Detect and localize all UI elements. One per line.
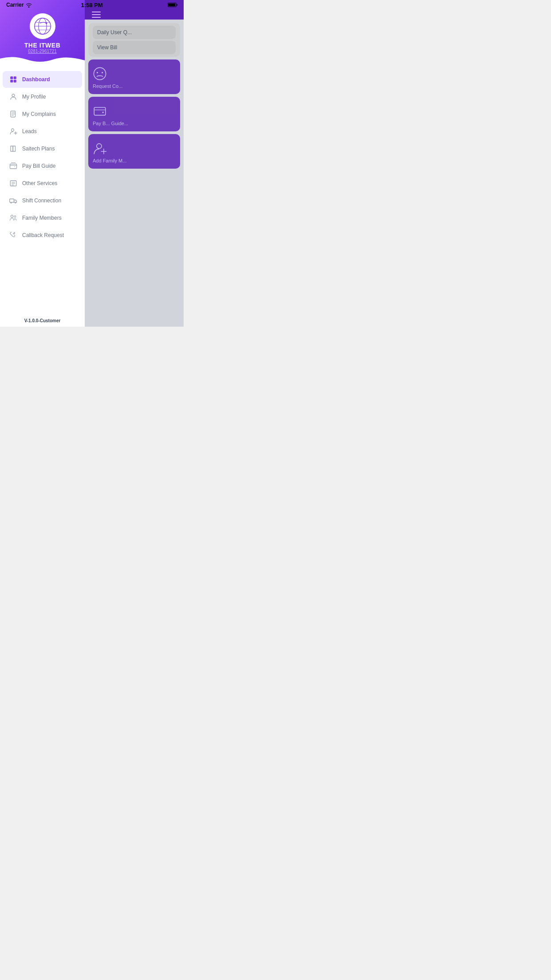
person-icon xyxy=(9,92,18,101)
nav-item-shift-connection[interactable]: Shift Connection xyxy=(3,192,82,209)
svg-rect-21 xyxy=(10,164,17,169)
wallet-icon xyxy=(9,162,18,170)
nav-item-callback-request[interactable]: Callback Request xyxy=(3,227,82,244)
svg-rect-27 xyxy=(10,199,14,202)
svg-rect-11 xyxy=(14,80,16,83)
left-drawer: THE ITWEB 0281-2961721 D xyxy=(0,0,85,327)
version-text: V-1.0.0-Customer xyxy=(0,318,85,323)
status-bar-left: Carrier xyxy=(6,2,32,8)
svg-point-28 xyxy=(11,202,12,203)
svg-rect-1 xyxy=(177,4,177,5)
svg-point-32 xyxy=(94,67,106,79)
logo-circle xyxy=(30,13,55,39)
add-family-label: Add Family M... xyxy=(93,158,126,163)
person-add-icon xyxy=(9,127,18,136)
svg-rect-10 xyxy=(10,80,13,83)
nav-label-leads: Leads xyxy=(22,128,37,134)
phone-callback-icon xyxy=(9,231,18,240)
nav-label-shift-connection: Shift Connection xyxy=(22,198,61,204)
file-icon xyxy=(9,110,18,119)
list-icon xyxy=(9,179,18,188)
nav-item-other-services[interactable]: Other Services xyxy=(3,175,82,192)
family-icon xyxy=(9,213,18,222)
wallet-card-icon xyxy=(93,104,107,118)
book-icon xyxy=(9,144,18,153)
svg-point-31 xyxy=(14,216,16,217)
nav-label-my-profile: My Profile xyxy=(22,94,46,100)
header-wave-svg xyxy=(0,55,85,67)
svg-rect-9 xyxy=(14,76,16,79)
grid-icon xyxy=(9,75,18,84)
battery-icon xyxy=(168,2,177,8)
svg-rect-2 xyxy=(168,4,175,6)
cards-area: Daily User Q... View Bill Request Co... xyxy=(85,20,184,172)
svg-rect-35 xyxy=(94,107,106,115)
nav-label-my-complains: My Complains xyxy=(22,111,56,117)
svg-point-30 xyxy=(11,215,13,217)
nav-item-saitech-plans[interactable]: Saitech Plans xyxy=(3,140,82,157)
nav-label-callback-request: Callback Request xyxy=(22,232,64,238)
svg-point-12 xyxy=(12,94,15,97)
status-time: 1:58 PM xyxy=(81,2,102,8)
company-phone[interactable]: 0281-2961721 xyxy=(28,49,57,54)
nav-label-dashboard: Dashboard xyxy=(22,76,50,83)
truck-icon xyxy=(9,196,18,205)
svg-point-33 xyxy=(97,72,98,73)
request-complaint-card[interactable]: Request Co... xyxy=(88,59,180,94)
nav-label-saitech-plans: Saitech Plans xyxy=(22,146,55,152)
svg-point-17 xyxy=(12,129,14,131)
svg-rect-8 xyxy=(10,76,13,79)
nav-label-family-members: Family Members xyxy=(22,215,62,221)
svg-point-29 xyxy=(15,202,16,203)
daily-user-button[interactable]: Daily User Q... xyxy=(93,26,176,39)
pay-bill-guide-card-label: Pay B... Guide... xyxy=(93,121,128,126)
hamburger-line-2 xyxy=(92,14,101,15)
svg-point-38 xyxy=(97,144,102,149)
add-person-icon xyxy=(93,141,107,155)
main-content-panel: Daily User Q... View Bill Request Co... xyxy=(85,0,184,327)
nav-item-dashboard[interactable]: Dashboard xyxy=(3,71,82,88)
view-bill-button[interactable]: View Bill xyxy=(93,41,176,54)
hamburger-line-3 xyxy=(92,17,101,18)
quick-row: Daily User Q... View Bill xyxy=(88,23,180,57)
nav-label-pay-bill-guide: Pay Bill Guide xyxy=(22,163,55,169)
nav-list: Dashboard My Profile xyxy=(0,67,85,327)
nav-item-pay-bill-guide[interactable]: Pay Bill Guide xyxy=(3,158,82,174)
svg-point-34 xyxy=(102,72,103,73)
nav-item-my-complains[interactable]: My Complains xyxy=(3,106,82,122)
request-complaint-label: Request Co... xyxy=(93,83,122,89)
nav-item-leads[interactable]: Leads xyxy=(3,123,82,140)
company-name: THE ITWEB xyxy=(24,42,61,49)
nav-item-my-profile[interactable]: My Profile xyxy=(3,88,82,105)
hamburger-button[interactable] xyxy=(92,12,101,18)
drawer-header: THE ITWEB 0281-2961721 xyxy=(0,0,85,67)
nav-item-family-members[interactable]: Family Members xyxy=(3,209,82,226)
carrier-label: Carrier xyxy=(6,2,24,8)
nav-label-other-services: Other Services xyxy=(22,180,57,186)
add-family-card[interactable]: Add Family M... xyxy=(88,134,180,169)
svg-point-37 xyxy=(102,112,104,113)
pay-bill-guide-card[interactable]: Pay B... Guide... xyxy=(88,97,180,131)
wifi-icon xyxy=(26,3,32,8)
view-bill-label: View Bill xyxy=(97,44,117,51)
hamburger-line-1 xyxy=(92,12,101,12)
logo-globe-icon xyxy=(33,17,52,36)
daily-user-label: Daily User Q... xyxy=(97,29,132,36)
sad-face-icon xyxy=(93,67,107,81)
